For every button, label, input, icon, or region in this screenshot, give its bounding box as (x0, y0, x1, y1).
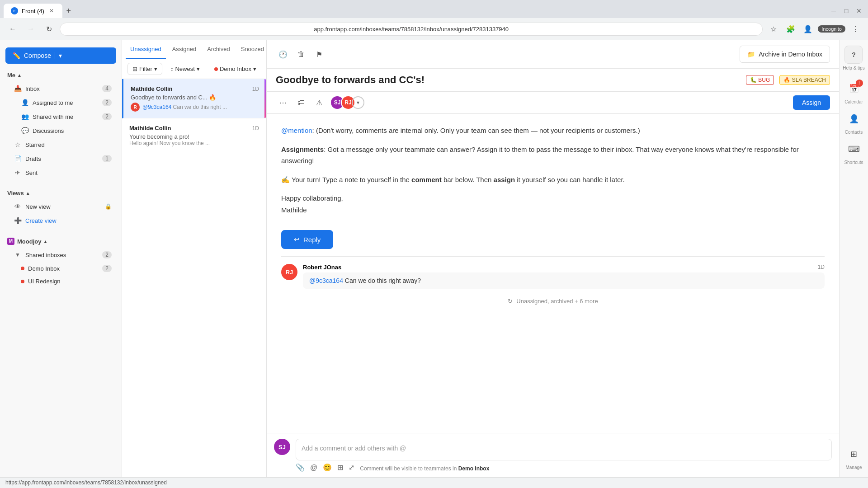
contacts-label: Contacts (845, 130, 863, 135)
filter-chevron-icon: ▾ (154, 66, 157, 72)
sidebar-item-shared-inboxes[interactable]: ▼ Shared inboxes 2 (3, 248, 119, 262)
window-close-button[interactable]: ✕ (854, 5, 864, 16)
clock-button[interactable]: 🕐 (276, 47, 290, 61)
flag-button[interactable]: ⚑ (312, 47, 326, 61)
comment-section: RJ Robert JOnas 1D @9c3ca164 Can we do t… (281, 256, 825, 315)
sort-button[interactable]: ↕ Newest ▾ (166, 63, 204, 75)
sidebar-item-ui-redesign[interactable]: UI Redesign (3, 275, 119, 287)
views-label: Views (7, 190, 24, 197)
sla-tag-badge[interactable]: 🔥 SLA BREACH (779, 75, 830, 85)
sidebar-item-shared-with-me[interactable]: 👥 Shared with me 2 (3, 110, 119, 123)
message-item[interactable]: Mathilde Collin 1D You're becoming a pro… (122, 118, 266, 153)
expand-button[interactable]: ⤢ (349, 463, 354, 472)
address-bar[interactable]: app.frontapp.com/inboxes/teams/7858132/i… (60, 23, 763, 36)
browser-tab[interactable]: F Front (4) ✕ (4, 4, 62, 18)
shortcuts-label: Shortcuts (844, 160, 863, 165)
email-paragraph-4: Happy collaborating,Mathilde (281, 192, 825, 216)
views-section-header[interactable]: Views ▲ (0, 187, 122, 199)
tab-archived[interactable]: Archived (203, 40, 235, 59)
comment-author: Robert JOnas (303, 264, 341, 271)
sidebar: ✏️ Compose ▾ Me ▲ 📥 Inbox 4 👤 Assigned t… (0, 40, 122, 477)
profile-button[interactable]: 👤 (801, 22, 815, 36)
message-sub-preview: Hello again! Now you know the ... (129, 140, 259, 146)
sidebar-item-starred[interactable]: ☆ Starred (3, 138, 119, 151)
attach-button[interactable]: 📎 (296, 463, 305, 472)
comment-avatar: RJ (281, 264, 297, 280)
extensions-button[interactable]: 🧩 (783, 22, 798, 36)
inbox-selector[interactable]: Demo Inbox ▾ (210, 63, 261, 75)
me-section-header[interactable]: Me ▲ (0, 69, 122, 81)
assigned-to-me-label: Assigned to me (33, 99, 99, 106)
bug-tag-badge[interactable]: 🐛 BUG (746, 75, 774, 85)
reply-button[interactable]: ↩ Reply (281, 230, 333, 249)
tab-assigned[interactable]: Assigned (168, 40, 201, 59)
mention-avatar: R (131, 103, 140, 112)
new-tab-button[interactable]: + (62, 5, 75, 17)
address-text: app.frontapp.com/inboxes/teams/7858132/i… (67, 26, 755, 33)
sort-arrows-icon: ↕ (170, 66, 174, 72)
comment-header: Robert JOnas 1D (303, 264, 825, 271)
tab-unassigned[interactable]: Unassigned (126, 40, 166, 59)
help-button[interactable]: ? (844, 46, 863, 64)
reply-label: Reply (303, 236, 321, 244)
archive-in-demo-inbox-button[interactable]: 📁 Archive in Demo Inbox (740, 46, 830, 63)
trash-button[interactable]: 🗑 (294, 47, 308, 61)
shortcuts-button[interactable]: ⌨ (845, 140, 863, 158)
filter-button[interactable]: ⊞ Filter ▾ (127, 63, 162, 75)
back-button[interactable]: ← (5, 22, 20, 36)
create-view-label: Create view (25, 217, 112, 224)
sidebar-item-new-view[interactable]: 👁 New view 🔒 (3, 200, 119, 213)
calendar-button[interactable]: 📅 ! (845, 80, 863, 98)
sidebar-item-demo-inbox[interactable]: Demo Inbox 2 (3, 262, 119, 275)
comment-input-wrapper: Add a comment or add others with @ 📎 @ 😊… (296, 439, 832, 472)
email-header: Goodbye to forwards and CC's! 🐛 BUG 🔥 SL… (267, 69, 839, 92)
sidebar-item-inbox[interactable]: 📥 Inbox 4 (3, 82, 119, 95)
avatar-expand-button[interactable]: ▾ (352, 96, 364, 109)
sidebar-item-sent[interactable]: ✈ Sent (3, 166, 119, 179)
at-mention-button[interactable]: @ (310, 464, 317, 472)
me-label: Me (7, 72, 15, 79)
sidebar-item-drafts[interactable]: 📄 Drafts 1 (3, 152, 119, 165)
more-options-button[interactable]: ⋯ (276, 95, 290, 110)
formatting-button[interactable]: ⊞ (337, 463, 343, 472)
lock-icon: 🔒 (105, 203, 112, 210)
sidebar-item-assigned-to-me[interactable]: 👤 Assigned to me 2 (3, 96, 119, 109)
compose-button[interactable]: ✏️ Compose ▾ (5, 47, 116, 64)
tab-close-button[interactable]: ✕ (48, 7, 55, 14)
sidebar-item-create-view[interactable]: ➕ Create view (3, 214, 119, 227)
message-item[interactable]: Mathilde Collin 1D Goodbye to forwards a… (122, 79, 266, 118)
comment-input-area: SJ Add a comment or add others with @ 📎 … (267, 433, 839, 477)
activity-icon: ↻ (508, 298, 513, 305)
shortcuts-sidebar-item: ⌨ Shortcuts (844, 140, 863, 165)
menu-button[interactable]: ⋮ (848, 22, 863, 36)
emoji-button[interactable]: 😊 (323, 463, 332, 472)
window-minimize-button[interactable]: ─ (828, 5, 839, 16)
status-url: https://app.frontapp.com/inboxes/teams/7… (5, 479, 167, 486)
message-items: Mathilde Collin 1D Goodbye to forwards a… (122, 79, 266, 477)
reload-button[interactable]: ↻ (42, 22, 56, 36)
shared-with-me-label: Shared with me (33, 113, 99, 120)
forward-button[interactable]: → (24, 22, 38, 36)
views-chevron-icon: ▲ (26, 191, 30, 196)
bookmark-button[interactable]: ☆ (766, 22, 781, 36)
sidebar-item-discussions[interactable]: 💬 Discussions (3, 124, 119, 137)
comment-content: Robert JOnas 1D @9c3ca164 Can we do this… (303, 264, 825, 289)
comment-inbox: Demo Inbox (458, 465, 490, 472)
ui-redesign-dot (21, 280, 24, 283)
alert-button[interactable]: ⚠ (312, 95, 326, 110)
assign-button[interactable]: Assign (793, 95, 830, 110)
manage-button[interactable]: ⊞ (845, 445, 863, 463)
tag-button[interactable]: 🏷 (294, 95, 308, 110)
filter-label: Filter (139, 66, 152, 72)
window-maximize-button[interactable]: □ (841, 5, 852, 16)
drafts-icon: 📄 (14, 155, 22, 163)
comment-input[interactable]: Add a comment or add others with @ (296, 439, 832, 460)
compose-icon: ✏️ (13, 52, 20, 59)
tab-snoozed[interactable]: Snoozed (236, 40, 267, 59)
comment-body: @9c3ca164 Can we do this right away? (303, 272, 825, 289)
shared-inboxes-count: 2 (102, 251, 112, 258)
email-paragraph-3: ✍️ Your turn! Type a note to yourself in… (281, 174, 825, 186)
moodjoy-section-header[interactable]: M Moodjoy ▲ (0, 235, 122, 248)
email-content: @mention: (Don't worry, comments are int… (281, 125, 825, 216)
contacts-button[interactable]: 👤 (845, 110, 863, 128)
